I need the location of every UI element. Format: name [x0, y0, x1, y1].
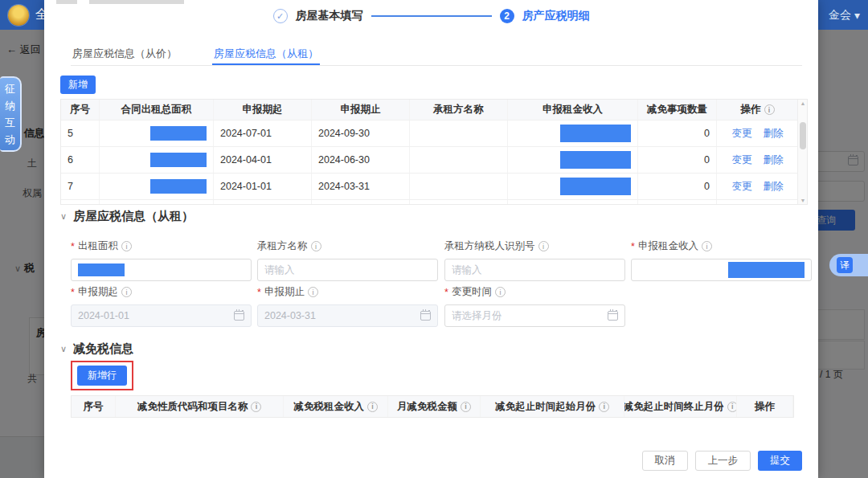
- clipped-title-text: [56, 0, 77, 4]
- tenant-taxpayer-id-input[interactable]: 请输入: [444, 259, 625, 281]
- field-declared-rent-income: * 申报租金收入i: [631, 239, 812, 281]
- column-header: 序号: [72, 396, 116, 417]
- calendar-icon: [234, 311, 244, 321]
- redacted-value: [560, 125, 631, 142]
- column-header: 减免起止时间起始月份i: [481, 396, 625, 417]
- required-star: *: [631, 241, 635, 252]
- table-header-row: 序号合同出租总面积申报期起申报期止承租方名称申报租金收入减免事项数量操作i: [61, 100, 807, 120]
- column-header: 申报期止: [312, 100, 410, 120]
- column-header: 操作i: [717, 100, 799, 120]
- field-rental-area: * 出租面积i: [71, 239, 252, 281]
- info-icon[interactable]: i: [251, 402, 261, 412]
- tenant-name-input[interactable]: 请输入: [257, 259, 438, 281]
- column-header: 操作: [737, 396, 793, 417]
- column-header: 序号: [61, 100, 100, 120]
- required-star: *: [71, 287, 75, 298]
- column-header: 承租方名称: [410, 100, 508, 120]
- rental-area-input[interactable]: [71, 259, 252, 281]
- table-scrollbar[interactable]: ▲ ▼: [797, 100, 807, 204]
- step-complete-check-icon: ✓: [273, 9, 288, 23]
- required-star: *: [444, 287, 448, 298]
- tab-rental[interactable]: 房屋应税信息（从租）: [212, 42, 320, 65]
- account-dropdown[interactable]: 金会 ▾: [829, 8, 860, 22]
- rental-records-table: 序号合同出租总面积申报期起申报期止承租方名称申报租金收入减免事项数量操作i 52…: [60, 99, 808, 205]
- add-button[interactable]: 新增: [60, 76, 96, 94]
- table-header-row: 序号减免性质代码和项目名称i减免税租金收入i月减免税金额i减免起止时间起始月份i…: [72, 396, 793, 417]
- change-time-input[interactable]: 请选择月份: [444, 304, 625, 327]
- table-row: 变更删除: [61, 199, 807, 205]
- tab-bar: 房屋应税信息（从价） 房屋应税信息（从租）: [71, 42, 802, 66]
- translate-widget[interactable]: 译: [829, 254, 868, 276]
- info-icon[interactable]: i: [727, 402, 737, 412]
- scroll-up-icon[interactable]: ▲: [798, 100, 808, 106]
- column-header: 申报期起: [214, 100, 312, 120]
- translate-icon: 译: [837, 257, 853, 273]
- section-title-rental-info[interactable]: ∨ 房屋应税信息（从租）: [60, 209, 194, 224]
- tab-ad-valorem[interactable]: 房屋应税信息（从价）: [71, 42, 178, 65]
- declare-period-start-input: 2024-01-01: [71, 304, 252, 327]
- info-icon[interactable]: i: [121, 241, 132, 251]
- info-icon[interactable]: i: [308, 287, 318, 297]
- table-row: 62024-04-012024-06-300变更删除: [61, 146, 807, 173]
- tax-waiver-table: 序号减免性质代码和项目名称i减免税租金收入i月减免税金额i减免起止时间起始月份i…: [71, 395, 794, 418]
- delete-link[interactable]: 删除: [764, 153, 784, 167]
- info-icon[interactable]: i: [538, 241, 549, 251]
- field-tenant-name: 承租方名称i 请输入: [257, 239, 438, 281]
- property-tax-detail-modal: ✓ 房屋基本填写 2 房产应税明细 房屋应税信息（从价） 房屋应税信息（从租） …: [44, 0, 818, 478]
- column-header: 减免税租金收入i: [284, 396, 388, 417]
- delete-link[interactable]: 删除: [764, 127, 784, 141]
- previous-step-button[interactable]: 上一步: [695, 451, 751, 471]
- brand-area: 全: [8, 5, 48, 26]
- table-row: 72024-01-012024-03-310变更删除: [61, 173, 807, 199]
- required-star: *: [257, 287, 261, 298]
- chevron-down-icon: ∨: [60, 344, 67, 354]
- column-header: 减免性质代码和项目名称i: [116, 396, 285, 417]
- change-link[interactable]: 变更: [732, 180, 752, 194]
- section-title-tax-waiver[interactable]: ∨ 减免税信息: [60, 341, 133, 357]
- column-header: 月减免税金额i: [388, 396, 481, 417]
- redacted-value: [560, 178, 631, 195]
- account-name: 金会: [829, 8, 851, 22]
- delete-link[interactable]: 删除: [764, 180, 784, 194]
- clipped-title-text: [89, 0, 184, 4]
- modal-footer: 取消 上一步 提交: [642, 451, 803, 471]
- chevron-down-icon: ∨: [60, 211, 67, 222]
- info-icon[interactable]: i: [367, 402, 378, 412]
- change-link[interactable]: 变更: [732, 127, 752, 141]
- column-header: 合同出租总面积: [100, 100, 214, 120]
- info-icon[interactable]: i: [311, 241, 321, 251]
- declare-period-end-input: 2024-03-31: [257, 304, 438, 327]
- column-header: 申报租金收入: [508, 100, 638, 120]
- scroll-down-icon[interactable]: ▼: [798, 198, 808, 203]
- redacted-value: [150, 126, 207, 141]
- redacted-value: [150, 153, 207, 167]
- info-icon[interactable]: i: [121, 287, 132, 297]
- info-icon[interactable]: i: [764, 104, 775, 115]
- redacted-value: [728, 262, 805, 278]
- tax-bureau-logo-icon: [8, 5, 29, 26]
- calendar-icon: [608, 311, 618, 321]
- cancel-button[interactable]: 取消: [642, 451, 688, 471]
- redacted-value: [78, 264, 125, 276]
- submit-button[interactable]: 提交: [758, 451, 802, 471]
- info-icon[interactable]: i: [495, 287, 506, 297]
- column-header: 减免起止时间终止月份i: [624, 396, 737, 417]
- info-icon[interactable]: i: [599, 402, 609, 412]
- step1-label: 房屋基本填写: [296, 9, 363, 23]
- chevron-down-icon: ▾: [854, 9, 860, 22]
- field-declare-period-end: * 申报期止i 2024-03-31: [257, 285, 438, 327]
- calendar-icon: [420, 311, 431, 321]
- table-row: 52024-07-012024-09-300变更删除: [61, 120, 807, 146]
- add-row-button[interactable]: 新增行: [77, 366, 127, 386]
- info-icon[interactable]: i: [461, 402, 471, 412]
- declared-rent-income-input[interactable]: [631, 259, 812, 281]
- info-icon[interactable]: i: [702, 241, 712, 251]
- tax-interaction-widget[interactable]: 征纳互动: [0, 76, 22, 152]
- change-link[interactable]: 变更: [732, 153, 752, 167]
- redacted-value: [560, 151, 631, 169]
- stepper-connector: [371, 15, 492, 17]
- stepper: ✓ 房屋基本填写 2 房产应税明细: [44, 9, 818, 23]
- required-star: *: [71, 241, 75, 252]
- step2-label: 房产应税明细: [522, 9, 590, 23]
- scrollbar-thumb[interactable]: [800, 122, 806, 149]
